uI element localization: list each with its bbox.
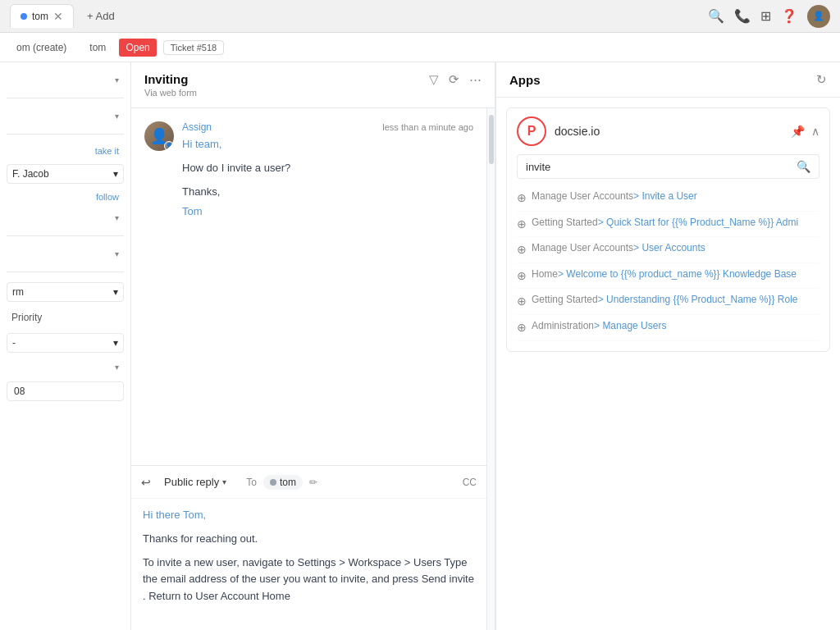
browser-tab[interactable]: tom ✕ (10, 4, 74, 28)
middle-inner: 👤 👤 Assign less than a minute ago Hi tea… (131, 108, 486, 630)
reply-area: ↩ Public reply ▾ To tom ✏ CC (131, 465, 486, 630)
divider-1 (7, 98, 124, 98)
conversation-actions: ▽ ⟳ ⋯ (429, 72, 482, 87)
conversation-subtitle: Via web form (144, 88, 197, 98)
sidebar-dropdown-rm[interactable]: rm ▾ (7, 282, 124, 302)
sidebar-item-2[interactable]: ▾ (7, 108, 124, 124)
filter-icon[interactable]: ▽ (429, 72, 439, 87)
tab-tom[interactable]: tom (80, 37, 116, 58)
new-tab-button[interactable]: + Add (80, 7, 121, 25)
sidebar-item-last[interactable]: ▾ (7, 359, 124, 375)
message-sender-name: Tom (182, 203, 473, 221)
message-time: less than a minute ago (382, 122, 473, 132)
conv-title-block: Inviting Via web form (144, 72, 197, 98)
message-question: How do I invite a user? (182, 160, 473, 177)
reply-to-label: To (246, 477, 257, 488)
app-tabs-bar: om (create) tom Open Ticket #518 (0, 33, 840, 62)
priority-dropdown[interactable]: - ▾ (7, 333, 124, 353)
result-text-6: Administration> Manage Users (532, 319, 666, 333)
browser-bar: tom ✕ + Add 🔍 📞 ⊞ ❓ 👤 (0, 0, 840, 33)
search-icon[interactable]: 🔍 (797, 160, 810, 173)
priority-value: - (12, 337, 16, 349)
history-icon[interactable]: ⟳ (449, 72, 459, 87)
phone-icon[interactable]: 📞 (734, 8, 751, 24)
sidebar-item-1[interactable]: ▾ (7, 72, 124, 88)
tab-indicator (21, 13, 27, 20)
app-results: ⊕ Manage User Accounts> Invite a User ⊕ … (507, 185, 829, 351)
chevron-down-icon-5: ▾ (115, 213, 119, 222)
right-panel: Apps ↻ P docsie.io 📌 ∧ 🔍 (495, 62, 840, 630)
result-item-5[interactable]: ⊕ Getting Started> Understanding {{% Pro… (517, 289, 819, 315)
result-item-4[interactable]: ⊕ Home> Welcome to {{% product_name %}} … (517, 263, 819, 290)
divider-4 (7, 272, 124, 272)
reply-to-tag: tom (263, 475, 303, 490)
reply-type-chevron: ▾ (222, 477, 226, 486)
app-card-left: P docsie.io (517, 116, 600, 146)
chevron-down-icon-8: ▾ (113, 337, 118, 349)
message-area: 👤 👤 Assign less than a minute ago Hi tea… (131, 108, 486, 465)
collapse-icon[interactable]: ∧ (811, 125, 819, 138)
app-card-header: P docsie.io 📌 ∧ (507, 108, 829, 154)
chevron-down-icon-7: ▾ (113, 286, 118, 298)
result-item-2[interactable]: ⊕ Getting Started> Quick Start for {{% P… (517, 212, 819, 238)
app-card-actions: 📌 ∧ (791, 125, 819, 138)
app-search-input[interactable] (526, 161, 790, 173)
browser-toolbar: 🔍 📞 ⊞ ❓ 👤 (708, 5, 830, 28)
sidebar-dropdown-jacob[interactable]: F. Jacob ▾ (7, 164, 124, 184)
sidebar-item-5[interactable]: ▾ (7, 210, 124, 226)
cc-button[interactable]: CC (463, 477, 477, 488)
app-card-docsie: P docsie.io 📌 ∧ 🔍 ⊕ Manage User Accounts… (506, 107, 830, 352)
tab-om-create[interactable]: om (create) (7, 37, 76, 58)
conversation-header: Inviting Via web form ▽ ⟳ ⋯ (131, 62, 495, 108)
reply-to-dot (270, 479, 276, 486)
grid-icon[interactable]: ⊞ (760, 8, 771, 24)
reply-line-1: Hi there Tom, (143, 507, 475, 524)
app-search-bar[interactable]: 🔍 (517, 154, 819, 179)
avatar: 👤 👤 (144, 121, 174, 151)
sidebar-number-input[interactable] (7, 381, 124, 401)
plus-icon-1: ⊕ (517, 190, 527, 207)
divider-2 (7, 134, 124, 135)
sidebar-item-6[interactable]: ▾ (7, 246, 124, 262)
main-layout: ▾ ▾ take it F. Jacob ▾ follow ▾ ▾ rm ▾ P… (0, 62, 840, 630)
tab-ticket[interactable]: Ticket #518 (163, 40, 224, 55)
plus-icon-3: ⊕ (517, 242, 527, 258)
result-item-3[interactable]: ⊕ Manage User Accounts> User Accounts (517, 237, 819, 263)
tab-open[interactable]: Open (119, 39, 156, 57)
reply-line-5: To invite a new user, navigate to Settin… (143, 555, 475, 605)
message-thanks: Thanks, (182, 184, 473, 201)
rm-label: rm (12, 286, 24, 298)
chevron-down-icon-3: ▾ (113, 168, 118, 180)
divider-3 (7, 235, 124, 236)
refresh-icon[interactable]: ↻ (816, 72, 827, 87)
result-item-6[interactable]: ⊕ Administration> Manage Users (517, 315, 819, 341)
more-icon[interactable]: ⋯ (469, 72, 482, 87)
reply-arrow-icon: ↩ (141, 476, 151, 489)
message-scroll-wrapper: 👤 👤 Assign less than a minute ago Hi tea… (131, 108, 495, 630)
reply-body[interactable]: Hi there Tom, Thanks for reaching out. T… (131, 499, 486, 630)
reply-type-label: Public reply (164, 476, 219, 488)
message-greeting: Hi team, (182, 136, 473, 153)
conversation-title: Inviting (144, 72, 197, 86)
search-icon[interactable]: 🔍 (708, 8, 724, 24)
plus-icon-4: ⊕ (517, 268, 527, 285)
pin-icon[interactable]: 📌 (791, 125, 805, 138)
result-item-1[interactable]: ⊕ Manage User Accounts> Invite a User (517, 185, 819, 212)
scroll-track[interactable] (486, 108, 495, 630)
message-header: Assign less than a minute ago (182, 121, 473, 133)
app-logo: P (517, 116, 546, 146)
message-content: Assign less than a minute ago Hi team, H… (182, 121, 473, 224)
chevron-down-icon-9: ▾ (115, 363, 119, 372)
app-name: docsie.io (555, 125, 600, 138)
result-text-5: Getting Started> Understanding {{% Produ… (532, 293, 798, 307)
plus-icon-6: ⊕ (517, 320, 527, 336)
help-icon[interactable]: ❓ (781, 8, 797, 24)
assign-button[interactable]: Assign (182, 121, 212, 133)
tab-close-button[interactable]: ✕ (53, 10, 63, 23)
message-body: Hi team, How do I invite a user? Thanks,… (182, 136, 473, 221)
take-it-link[interactable]: take it (7, 144, 124, 158)
avatar[interactable]: 👤 (807, 5, 830, 28)
follow-link[interactable]: follow (7, 190, 124, 203)
edit-recipient-icon[interactable]: ✏ (309, 477, 317, 488)
reply-type-button[interactable]: Public reply ▾ (158, 472, 233, 491)
